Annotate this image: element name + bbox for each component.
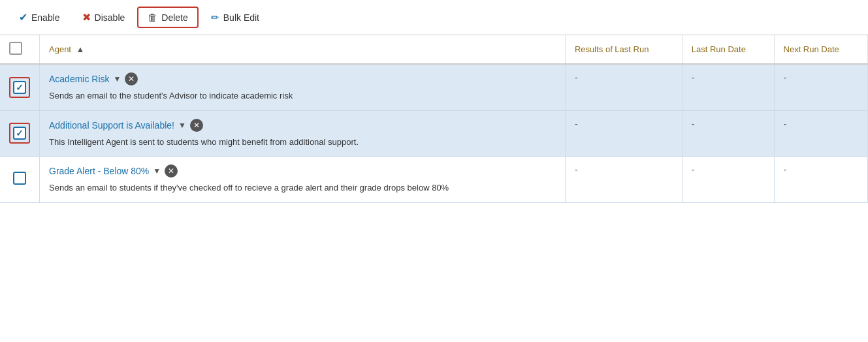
next-run-cell: -: [774, 157, 867, 203]
close-circle-icon[interactable]: ✕: [190, 119, 203, 132]
close-circle-icon[interactable]: ✕: [125, 72, 138, 86]
disable-button[interactable]: ✖ Disable: [72, 7, 135, 28]
table-row: Additional Support is Available! ▼ ✕ Thi…: [0, 110, 868, 157]
enable-icon: ✔: [19, 11, 27, 23]
delete-label: Delete: [161, 12, 187, 23]
header-next-run: Next Run Date: [774, 35, 867, 64]
agents-table-container: Agent ▲ Results of Last Run Last Run Dat…: [0, 35, 868, 203]
agent-cell: Additional Support is Available! ▼ ✕ Thi…: [40, 110, 566, 157]
last-run-cell: -: [682, 110, 774, 157]
row-checkbox-cell: [0, 157, 40, 203]
header-results: Results of Last Run: [565, 35, 682, 64]
agent-name-text: Academic Risk: [49, 74, 110, 84]
table-row: Grade Alert - Below 80% ▼ ✕ Sends an ema…: [0, 157, 868, 203]
next-run-cell: -: [774, 64, 867, 110]
close-circle-icon[interactable]: ✕: [165, 164, 178, 178]
agent-name-text: Grade Alert - Below 80%: [49, 166, 149, 176]
disable-icon: ✖: [82, 11, 91, 23]
agent-cell: Grade Alert - Below 80% ▼ ✕ Sends an ema…: [40, 157, 566, 203]
bulk-edit-button[interactable]: ✏ Bulk Edit: [201, 7, 269, 28]
last-run-cell: -: [682, 64, 774, 110]
table-header-row: Agent ▲ Results of Last Run Last Run Dat…: [0, 35, 868, 64]
results-column-label: Results of Last Run: [575, 44, 649, 54]
row-checkbox[interactable]: [13, 172, 26, 185]
agent-cell: Academic Risk ▼ ✕ Sends an email to the …: [40, 64, 566, 110]
header-agent[interactable]: Agent ▲: [40, 35, 566, 64]
results-cell: -: [565, 64, 682, 110]
enable-label: Enable: [31, 12, 60, 23]
bulk-edit-label: Bulk Edit: [223, 12, 259, 23]
dropdown-arrow-icon[interactable]: ▼: [153, 166, 161, 176]
delete-icon: 🗑: [148, 12, 157, 23]
row-checkbox[interactable]: [13, 127, 26, 140]
last-run-column-label: Last Run Date: [692, 44, 746, 54]
dropdown-arrow-icon[interactable]: ▼: [178, 121, 186, 130]
agent-column-label: Agent: [49, 44, 71, 54]
row-checkbox[interactable]: [13, 81, 26, 94]
next-run-column-label: Next Run Date: [784, 44, 839, 54]
dropdown-arrow-icon[interactable]: ▼: [114, 74, 121, 84]
agent-name-text: Additional Support is Available!: [49, 120, 174, 131]
enable-button[interactable]: ✔ Enable: [9, 7, 70, 28]
sort-arrow-icon: ▲: [76, 44, 85, 54]
row-checkbox-cell: [0, 110, 40, 157]
row-checkbox-cell: [0, 64, 40, 110]
disable-label: Disable: [95, 12, 125, 23]
results-cell: -: [565, 157, 682, 203]
table-row: Academic Risk ▼ ✕ Sends an email to the …: [0, 64, 868, 110]
agent-description: Sends an email to students if they've ch…: [49, 181, 556, 194]
results-cell: -: [565, 110, 682, 157]
checkbox-wrapper: [9, 123, 30, 144]
agent-description: This Intelligent Agent is sent to studen…: [49, 136, 556, 149]
agent-description: Sends an email to the student's Advisor …: [49, 89, 556, 102]
agents-table: Agent ▲ Results of Last Run Last Run Dat…: [0, 35, 868, 203]
next-run-cell: -: [774, 110, 867, 157]
agent-name-link[interactable]: Grade Alert - Below 80% ▼ ✕: [49, 164, 178, 178]
delete-button[interactable]: 🗑 Delete: [137, 7, 198, 28]
select-all-checkbox[interactable]: [9, 42, 22, 55]
agent-name-link[interactable]: Additional Support is Available! ▼ ✕: [49, 119, 203, 132]
checkbox-wrapper: [9, 77, 30, 98]
bulk-edit-icon: ✏: [211, 12, 219, 23]
header-last-run: Last Run Date: [682, 35, 774, 64]
toolbar: ✔ Enable ✖ Disable 🗑 Delete ✏ Bulk Edit: [0, 0, 868, 35]
header-checkbox-cell: [0, 35, 40, 64]
last-run-cell: -: [682, 157, 774, 203]
agent-name-link[interactable]: Academic Risk ▼ ✕: [49, 72, 138, 86]
